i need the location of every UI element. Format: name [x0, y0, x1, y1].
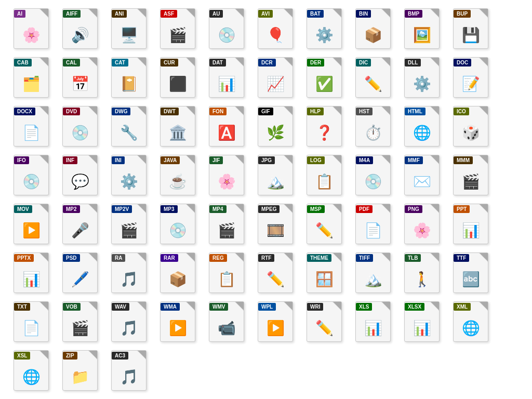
file-icon-jif[interactable]: JIF 🌸	[203, 154, 250, 201]
file-icon-fon[interactable]: FON 🅰️	[203, 105, 250, 152]
ext-badge: ZIP	[63, 352, 77, 360]
file-icon-cal[interactable]: CAL 📅	[57, 57, 103, 103]
file-icon-bat[interactable]: BAT ⚙️	[301, 8, 348, 55]
file-icon-html[interactable]: HTML 🌐	[398, 105, 445, 152]
file-icon-tlb[interactable]: TLB 🚶	[398, 252, 445, 299]
file-icon-mp2v[interactable]: MP2V 🎬	[105, 203, 152, 250]
icon-inner: 🚶	[410, 271, 433, 289]
icon-emoji: ▶️	[267, 321, 285, 336]
file-icon-msp[interactable]: MSP ✏️	[301, 203, 348, 250]
file-icon-au[interactable]: AU 💿	[203, 8, 250, 55]
file-icon-ani[interactable]: ANI 🖥️	[105, 8, 152, 55]
file-icon-mov[interactable]: MOV ▶️	[8, 203, 55, 250]
file-icon-reg[interactable]: REG 📋	[203, 252, 250, 299]
file-icon-m4a[interactable]: M4A 💿	[350, 154, 396, 201]
file-icon-dll[interactable]: DLL ⚙️	[398, 57, 445, 103]
file-icon-gif[interactable]: GIF 🌿	[252, 105, 299, 152]
file-icon-dvd[interactable]: DVD 💿	[57, 105, 103, 152]
file-icon-ppt[interactable]: PPT 📊	[447, 203, 494, 250]
icon-inner: 📄	[362, 222, 384, 241]
file-icon-doc[interactable]: DOC 📝	[447, 57, 494, 103]
icon-inner: ✏️	[313, 320, 336, 338]
file-icon-cab[interactable]: CAB 🗂️	[8, 57, 55, 103]
file-icon-mp3[interactable]: MP3 💿	[154, 203, 201, 250]
file-icon-psd[interactable]: PSD 🖊️	[57, 252, 103, 299]
file-icon-wma[interactable]: WMA ▶️	[154, 301, 201, 348]
file-icon-hst[interactable]: HST ⏱️	[350, 105, 396, 152]
file-icon-wri[interactable]: WRI ✏️	[301, 301, 348, 348]
file-icon-java[interactable]: JAVA ☕	[154, 154, 201, 201]
file-icon-wpl[interactable]: WPL ▶️	[252, 301, 299, 348]
file-icon-zip[interactable]: ZIP 📁	[57, 350, 103, 396]
icon-inner: 🎬	[459, 173, 482, 192]
file-icon-dat[interactable]: DAT 📊	[203, 57, 250, 103]
file-icon-dwt[interactable]: DWT 🏛️	[154, 105, 201, 152]
icon-wrapper: RA 🎵	[108, 252, 150, 294]
file-icon-bin[interactable]: BIN 📦	[350, 8, 396, 55]
file-icon-vob[interactable]: VOB 🎬	[57, 301, 103, 348]
file-icon-dic[interactable]: DIC ✏️	[350, 57, 396, 103]
file-icon-cur[interactable]: CUR ⬛	[154, 57, 201, 103]
file-icon-ico[interactable]: ICO 🎲	[447, 105, 494, 152]
file-icon-mmm[interactable]: MMM 🎬	[447, 154, 494, 201]
icon-emoji: 🎬	[218, 223, 236, 238]
file-icon-aiff[interactable]: AIFF 🔊	[57, 8, 103, 55]
file-icon-xsl[interactable]: XSL 🌐	[8, 350, 55, 396]
file-icon-bup[interactable]: BUP 💾	[447, 8, 494, 55]
file-icon-dwg[interactable]: DWG 🔧	[105, 105, 152, 152]
file-icon-asf[interactable]: ASF 🎬	[154, 8, 201, 55]
page-shape: WRI ✏️	[307, 301, 342, 342]
file-icon-mp4[interactable]: MP4 🎬	[203, 203, 250, 250]
file-icon-jpg[interactable]: JPG 🏔️	[252, 154, 299, 201]
ext-badge: GIF	[258, 108, 273, 115]
icon-inner: 💬	[69, 173, 91, 192]
file-icon-mp2[interactable]: MP2 🎤	[57, 203, 103, 250]
file-icon-rar[interactable]: RAR 📦	[154, 252, 201, 299]
file-icon-png[interactable]: PNG 🌸	[398, 203, 445, 250]
file-icon-tiff[interactable]: TIFF 🏔️	[350, 252, 396, 299]
file-icon-mmf[interactable]: MMF ✉️	[398, 154, 445, 201]
file-icon-cat[interactable]: CAT 📔	[105, 57, 152, 103]
file-icon-ttf[interactable]: TTF 🔤	[447, 252, 494, 299]
file-icon-ifo[interactable]: IFO 💿	[8, 154, 55, 201]
file-icon-hlp[interactable]: HLP ❓	[301, 105, 348, 152]
file-icon-wav[interactable]: WAV 🎵	[105, 301, 152, 348]
page-shape: AC3 🎵	[111, 350, 147, 391]
page-shape: TXT 📄	[14, 301, 49, 342]
file-icon-docx[interactable]: DOCX 📄	[8, 105, 55, 152]
file-icon-bmp[interactable]: BMP 🖼️	[398, 8, 445, 55]
file-icon-pptx[interactable]: PPTX 📊	[8, 252, 55, 299]
icon-emoji: 🖥️	[120, 28, 138, 43]
file-icon-ac3[interactable]: AC3 🎵	[105, 350, 152, 396]
file-icon-xlsx[interactable]: XLSX 📊	[398, 301, 445, 348]
file-icon-ra[interactable]: RA 🎵	[105, 252, 152, 299]
file-icon-pdf[interactable]: PDF 📄	[350, 203, 396, 250]
file-icon-theme[interactable]: THEME 🪟	[301, 252, 348, 299]
file-icon-xls[interactable]: XLS 📊	[350, 301, 396, 348]
icon-inner: 🌸	[20, 26, 43, 45]
icon-wrapper: ZIP 📁	[59, 350, 101, 391]
page-fold	[138, 9, 146, 17]
ext-badge: DWG	[112, 108, 130, 115]
ext-badge: XLSX	[405, 303, 424, 311]
file-icon-log[interactable]: LOG 📋	[301, 154, 348, 201]
file-icon-avi[interactable]: AVI 🎈	[252, 8, 299, 55]
file-icon-inf[interactable]: INF 💬	[57, 154, 103, 201]
icon-wrapper: INI ⚙️	[108, 154, 150, 196]
page-shape: MOV ▶️	[14, 204, 49, 244]
file-icon-mpeg[interactable]: MPEG 🎞️	[252, 203, 299, 250]
icon-emoji: ⚙️	[315, 28, 334, 43]
file-icon-der[interactable]: DER ✅	[301, 57, 348, 103]
page-shape: HTML 🌐	[404, 106, 440, 147]
icon-wrapper: PNG 🌸	[401, 203, 443, 245]
page-shape: ASF 🎬	[160, 8, 195, 49]
page-fold	[235, 302, 244, 310]
file-icon-wmv[interactable]: WMV 📹	[203, 301, 250, 348]
file-icon-dcr[interactable]: DCR 📈	[252, 57, 299, 103]
file-icon-rtf[interactable]: RTF ✏️	[252, 252, 299, 299]
file-icon-ai[interactable]: AI 🌸	[8, 8, 55, 55]
file-icon-ini[interactable]: INI ⚙️	[105, 154, 152, 201]
file-icon-txt[interactable]: TXT 📄	[8, 301, 55, 348]
page-fold	[138, 204, 146, 212]
file-icon-xml[interactable]: XML 🌐	[447, 301, 494, 348]
